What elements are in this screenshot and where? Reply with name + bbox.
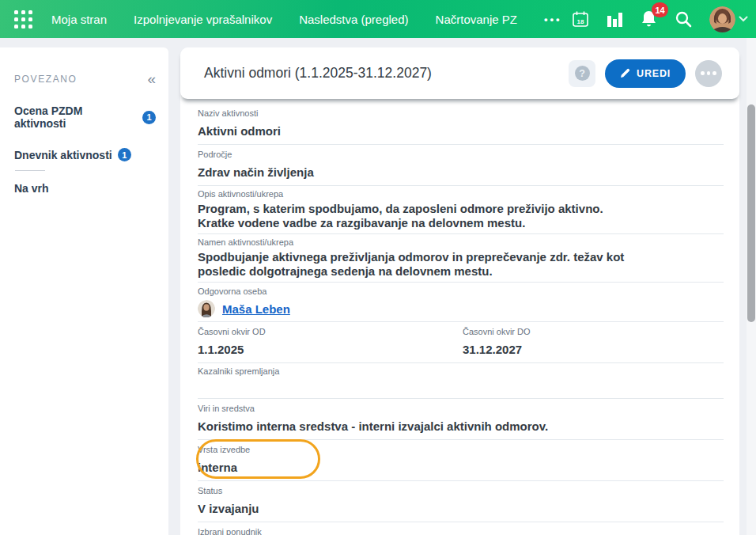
notifications-bell-icon[interactable]: 14 [640, 9, 658, 28]
field-namen-aktivnosti: Namen aktivnosti/ukrepa Spodbujanje akti… [198, 234, 724, 283]
field-casovni-okvir-od: Časovni okvir OD 1.1.2025 [198, 322, 463, 362]
nav-item-moja-stran[interactable]: Moja stran [51, 13, 107, 26]
nav-item-nacrtovanje-pz[interactable]: Načrtovanje PZ [436, 13, 517, 26]
field-label: Kazalniki spremljanja [198, 366, 724, 376]
sidebar-item-na-vrh[interactable]: Na vrh [14, 182, 156, 195]
field-label: Opis aktivnosti/ukrepa [198, 189, 724, 199]
edit-button[interactable]: UREDI [605, 59, 686, 88]
sidebar-section-title: POVEZANO [14, 74, 77, 85]
user-avatar[interactable] [709, 6, 735, 32]
field-label: Časovni okvir OD [198, 327, 463, 336]
nav-item-izpolnjevanje-vprasalnikov[interactable]: Izpolnjevanje vprašalnikov [134, 13, 272, 26]
app-launcher-icon[interactable] [14, 10, 32, 28]
field-izbrani-ponudnik: Izbrani ponudnik [198, 522, 724, 535]
notification-count-badge: 14 [652, 2, 668, 17]
page-title: Aktivni odmori (1.1.2025-31.12.2027) [204, 65, 432, 82]
field-value: interna [198, 461, 724, 475]
field-naziv-aktivnosti: Naziv aktivnosti Aktivni odmori [198, 104, 724, 145]
field-value [198, 379, 724, 395]
field-label: Odgovorna oseba [198, 286, 724, 296]
activity-fields: Naziv aktivnosti Aktivni odmori Področje… [180, 99, 739, 535]
search-icon[interactable] [675, 10, 693, 28]
field-value: 31.12.2027 [463, 343, 724, 357]
person-link[interactable]: Maša Leben [222, 302, 290, 316]
sidebar-divider [15, 170, 45, 171]
field-casovni-okvir-do: Časovni okvir DO 31.12.2027 [463, 322, 724, 362]
field-value-line2: Kratke vodene vadbe za razgibavanje na d… [198, 216, 724, 230]
related-sidebar: POVEZANO « Ocena PZDM aktivnosti 1 Dnevn… [0, 47, 168, 535]
field-value-line2: posledic dolgotrajnega sedenja na delovn… [198, 264, 724, 279]
page-scrollbar-thumb[interactable] [747, 104, 755, 322]
field-value: V izvajanju [198, 502, 724, 516]
field-value-line1: Program, s katerim spodbujamo, da zaposl… [198, 202, 724, 216]
field-value: Zdrav način življenja [198, 165, 724, 180]
sidebar-item-ocena-pzdm-aktivnosti[interactable]: Ocena PZDM aktivnosti 1 [14, 104, 156, 130]
edit-button-label: UREDI [637, 68, 671, 79]
top-navigation-bar: Moja stran Izpolnjevanje vprašalnikov Na… [0, 0, 756, 38]
field-label: Namen aktivnosti/ukrepa [198, 237, 724, 247]
sidebar-item-label: Ocena PZDM aktivnosti [14, 104, 137, 130]
nav-more-icon[interactable]: ••• [544, 13, 562, 25]
field-label: Časovni okvir DO [463, 327, 724, 336]
count-badge: 1 [142, 111, 156, 124]
more-options-button[interactable] [695, 60, 722, 87]
field-kazalniki-spremljanja: Kazalniki spremljanja [198, 363, 724, 399]
question-mark-icon: ? [575, 66, 590, 81]
field-label: Vrsta izvedbe [198, 445, 724, 454]
field-podrocje: Področje Zdrav način življenja [198, 145, 724, 186]
field-label: Izbrani ponudnik [198, 527, 724, 535]
field-value: Aktivni odmori [198, 124, 724, 138]
field-status: Status V izvajanju [198, 481, 724, 522]
sidebar-item-label: Na vrh [14, 182, 49, 195]
field-value: Koristimo interna sredstva - interni izv… [198, 419, 724, 434]
bar-chart-icon[interactable] [606, 11, 623, 27]
count-badge: 1 [118, 148, 131, 161]
field-odgovorna-oseba: Odgovorna oseba Maša Leben [198, 283, 724, 322]
main-nav: Moja stran Izpolnjevanje vprašalnikov Na… [51, 13, 562, 26]
field-label: Status [198, 486, 724, 495]
nav-item-nasledstva[interactable]: Nasledstva (pregled) [299, 13, 408, 26]
calendar-icon[interactable]: 18 [572, 10, 589, 28]
field-vrsta-izvedbe: Vrsta izvedbe interna [198, 440, 724, 481]
field-opis-aktivnosti: Opis aktivnosti/ukrepa Program, s kateri… [198, 186, 724, 234]
person-avatar [198, 300, 215, 317]
field-row-casovni-okvir: Časovni okvir OD 1.1.2025 Časovni okvir … [198, 322, 724, 363]
pencil-icon [620, 68, 630, 78]
page-scrollbar-track[interactable] [747, 38, 756, 535]
field-value: 1.1.2025 [198, 343, 463, 357]
sidebar-collapse-icon[interactable]: « [147, 71, 156, 86]
field-label: Področje [198, 150, 724, 159]
calendar-day-number: 18 [577, 18, 584, 25]
field-value-line1: Spodbujanje aktivnega preživljanja odmor… [198, 250, 724, 264]
field-label: Viri in sredstva [198, 404, 724, 413]
chevron-down-icon[interactable] [739, 16, 748, 22]
field-label: Naziv aktivnosti [198, 108, 724, 118]
field-viri-in-sredstva: Viri in sredstva Koristimo interna sreds… [198, 399, 724, 440]
activity-detail-card: Aktivni odmori (1.1.2025-31.12.2027) ? U… [180, 47, 739, 535]
sidebar-item-label: Dnevnik aktivnosti [14, 149, 112, 161]
sidebar-item-dnevnik-aktivnosti[interactable]: Dnevnik aktivnosti 1 [14, 148, 156, 161]
user-menu[interactable] [709, 6, 748, 32]
help-button[interactable]: ? [569, 60, 595, 87]
card-header: Aktivni odmori (1.1.2025-31.12.2027) ? U… [180, 47, 739, 99]
